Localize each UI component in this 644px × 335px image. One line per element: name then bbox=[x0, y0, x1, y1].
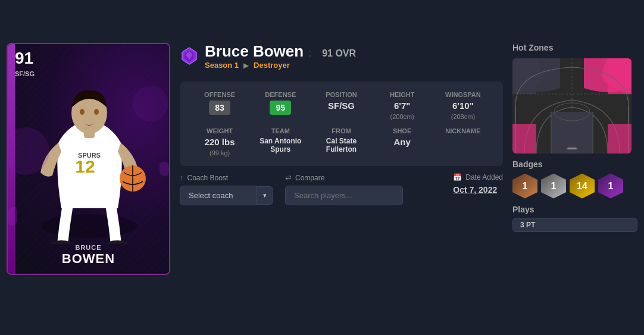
badge-silver: 1 bbox=[541, 174, 566, 199]
from-stat: From Cal State Fullerton bbox=[313, 127, 369, 156]
defense-stat: Defense 95 bbox=[252, 91, 308, 120]
position-stat: Position SF/SG bbox=[313, 91, 369, 120]
player-silhouette: 12 SPURS bbox=[8, 54, 169, 244]
player-header: Bruce Bowen : 91 OVR Season 1 ▶ Destroye… bbox=[180, 43, 503, 75]
height-value: 6'7" bbox=[394, 101, 410, 111]
badge-bronze: 1 bbox=[512, 174, 537, 199]
amethyst-icon bbox=[180, 46, 199, 65]
compare-label: ⇌ Compare bbox=[285, 173, 403, 182]
date-added-label: 📅 Date Added bbox=[453, 173, 503, 181]
ovr-badge: 91 OVR bbox=[322, 48, 356, 59]
shoe-label: Shoe bbox=[393, 127, 411, 134]
height-cm: (200cm) bbox=[390, 113, 414, 120]
coach-icon: ↑ bbox=[180, 173, 184, 182]
svg-point-5 bbox=[80, 109, 85, 115]
svg-rect-19 bbox=[567, 148, 577, 149]
svg-text:SPURS: SPURS bbox=[78, 152, 101, 159]
compare-group: ⇌ Compare bbox=[285, 173, 403, 205]
weight-label: Weight bbox=[207, 127, 233, 134]
svg-point-0 bbox=[42, 214, 137, 238]
date-added-value: Oct 7, 2022 bbox=[453, 185, 497, 195]
hot-zones-panel: Hot Zones bbox=[512, 43, 637, 232]
offense-label: Offense bbox=[204, 91, 235, 98]
badge-purple-count: 1 bbox=[608, 181, 614, 192]
card-name-bottom: BRUCE BOWEN bbox=[8, 244, 169, 267]
svg-text:12: 12 bbox=[75, 156, 95, 176]
search-players-input[interactable] bbox=[285, 186, 403, 205]
weight-kg: (99 kg) bbox=[210, 149, 230, 156]
coach-dropdown-arrow[interactable]: ▾ bbox=[257, 186, 273, 205]
player-sub: Season 1 ▶ Destroyer bbox=[205, 61, 356, 70]
team-stat: Team San Antonio Spurs bbox=[252, 127, 308, 156]
archetype-label: Destroyer bbox=[254, 61, 290, 70]
hot-zones-title: Hot Zones bbox=[512, 43, 637, 52]
coach-select-wrapper[interactable]: Select coach ▾ bbox=[180, 186, 273, 205]
wingspan-value: 6'10" bbox=[452, 101, 474, 111]
height-stat: Height 6'7" (200cm) bbox=[374, 91, 430, 120]
offense-value: 83 bbox=[209, 101, 230, 115]
from-label: From bbox=[332, 127, 351, 134]
badge-gold: 14 bbox=[570, 174, 595, 199]
player-card: 91 SF/SG DESTROYER 12 SPURS bbox=[7, 43, 170, 275]
defense-value: 95 bbox=[270, 101, 291, 115]
nickname-stat: Nickname bbox=[435, 127, 491, 156]
badge-purple: 1 bbox=[598, 174, 623, 199]
position-value: SF/SG bbox=[328, 101, 355, 111]
from-value: Cal State Fullerton bbox=[313, 137, 369, 154]
position-label: Position bbox=[326, 91, 357, 98]
coach-boost-label: ↑ Coach Boost bbox=[180, 173, 273, 182]
divider: : bbox=[308, 47, 311, 60]
play-tag-3pt: 3 PT bbox=[512, 218, 637, 232]
coach-select[interactable]: Select coach bbox=[180, 186, 257, 205]
info-panel: Bruce Bowen : 91 OVR Season 1 ▶ Destroye… bbox=[180, 43, 503, 206]
season-label: Season 1 bbox=[205, 61, 239, 70]
chevron-down-icon: ▾ bbox=[263, 192, 267, 199]
stats-grid: Offense 83 Defense 95 Position SF/SG Hei… bbox=[180, 82, 503, 166]
svg-point-6 bbox=[94, 109, 99, 115]
card-first-name: BRUCE bbox=[8, 244, 169, 251]
badge-gold-count: 14 bbox=[577, 181, 587, 192]
player-name-block: Bruce Bowen : 91 OVR Season 1 ▶ Destroye… bbox=[205, 43, 356, 70]
compare-icon: ⇌ bbox=[285, 173, 292, 182]
defense-label: Defense bbox=[265, 91, 296, 98]
calendar-icon: 📅 bbox=[453, 173, 462, 181]
badges-title: Badges bbox=[512, 159, 637, 169]
plays-title: Plays bbox=[512, 205, 637, 214]
badges-row: 1 1 14 1 bbox=[512, 174, 637, 199]
shoe-value: Any bbox=[394, 137, 411, 147]
coach-boost-group: ↑ Coach Boost Select coach ▾ bbox=[180, 173, 273, 205]
badge-bronze-count: 1 bbox=[523, 181, 528, 192]
badge-silver-count: 1 bbox=[551, 181, 557, 192]
weight-stat: Weight 220 lbs (99 kg) bbox=[192, 127, 248, 156]
bottom-controls: ↑ Coach Boost Select coach ▾ ⇌ Compare bbox=[180, 173, 503, 205]
plays-section: Plays 3 PT bbox=[512, 205, 637, 232]
date-added-group: 📅 Date Added Oct 7, 2022 bbox=[453, 173, 503, 195]
card-last-name: BOWEN bbox=[8, 251, 169, 267]
main-container: 91 SF/SG DESTROYER 12 SPURS bbox=[7, 43, 637, 293]
svg-rect-26 bbox=[512, 124, 536, 154]
svg-rect-27 bbox=[608, 124, 632, 154]
shoe-stat: Shoe Any bbox=[374, 127, 430, 156]
hot-zones-court bbox=[512, 58, 632, 154]
height-label: Height bbox=[390, 91, 415, 98]
offense-stat: Offense 83 bbox=[192, 91, 248, 120]
svg-rect-9 bbox=[84, 130, 95, 138]
wingspan-label: Wingspan bbox=[445, 91, 481, 98]
player-name: Bruce Bowen bbox=[205, 43, 304, 60]
team-value: San Antonio Spurs bbox=[252, 137, 308, 154]
team-label: Team bbox=[271, 127, 290, 134]
wingspan-stat: Wingspan 6'10" (208cm) bbox=[435, 91, 491, 120]
wingspan-cm: (208cm) bbox=[451, 113, 475, 120]
nickname-label: Nickname bbox=[445, 127, 480, 134]
right-arrow-icon: ▶ bbox=[243, 61, 249, 70]
badges-section: Badges 1 1 14 1 bbox=[512, 159, 637, 199]
weight-value: 220 lbs bbox=[205, 137, 235, 147]
